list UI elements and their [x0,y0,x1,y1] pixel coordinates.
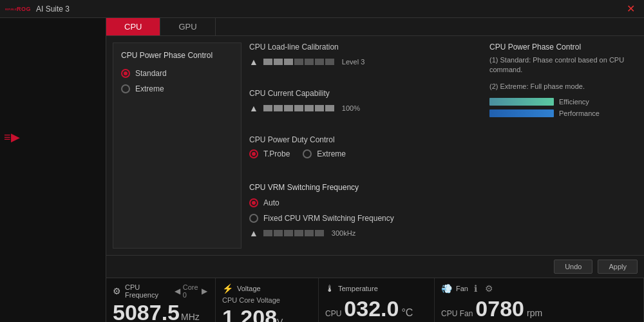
cpu-current-value: 100% [342,104,360,112]
cpu-vrm-section: CPU VRM Switching Frequency Auto Fixed C… [249,176,482,249]
cpu-load-line-level: Level 3 [342,58,365,66]
slider-segments-loadline [263,59,334,65]
vrm-freq-slider[interactable]: ▲ 300kHz [249,228,482,238]
temp-title: Temperature [338,285,378,292]
cpu-current-slider[interactable]: ▲ 100% [249,103,482,113]
cpu-freq-title: CPU Frequency [125,283,169,299]
radio-extreme-duty[interactable]: Extreme [303,149,346,158]
radio-fixed-vrm-circle [249,214,258,223]
core-next-button[interactable]: ▶ [200,287,209,296]
slider-pointer-vrm: ▲ [249,228,258,238]
vrm-seg-4 [294,230,303,236]
radio-fixed-vrm-label: Fixed CPU VRM Switching Frequency [263,214,394,223]
tab-cpu[interactable]: CPU [106,18,160,35]
close-button[interactable]: ✕ [623,3,639,15]
fan-main-label: CPU Fan [441,309,473,318]
seg-3 [284,59,293,65]
content-area: CPU GPU CPU Power Phase Control Standard [106,18,644,322]
cpu-core-volt-label: CPU Core Voltage [222,296,312,304]
volt-display: 1.208 V [222,305,312,322]
curr-seg-7 [325,105,334,111]
cpu-freq-value: 5087.5 [113,301,180,322]
vrm-seg-2 [274,230,283,236]
undo-button[interactable]: Undo [554,260,592,274]
fan-settings-button[interactable]: ⚙ [483,283,495,294]
cpu-power-phase-title: CPU Power Phase Control [121,51,233,60]
core-label: Core 0 [183,283,199,299]
tab-gpu[interactable]: GPU [160,18,215,35]
radio-extreme-circle [121,84,130,93]
cpu-load-line-title: CPU Load-line Calibration [249,43,482,52]
panel-content: CPU Power Phase Control Standard Extreme [106,36,644,255]
fan-info-button[interactable]: ℹ [472,283,479,294]
status-bar: ⚙ CPU Frequency ◀ Core 0 ▶ 5087.5 MHz 99… [106,278,644,322]
middle-panel: CPU Load-line Calibration ▲ Level [249,43,482,249]
legend-performance-label: Performance [559,109,600,117]
radio-extreme-label: Extreme [135,84,164,93]
radio-fixed-vrm[interactable]: Fixed CPU VRM Switching Frequency [249,214,482,223]
radio-standard[interactable]: Standard [121,69,233,78]
cpu-freq-section: ⚙ CPU Frequency ◀ Core 0 ▶ 5087.5 MHz 99… [106,278,216,322]
curr-seg-3 [284,105,293,111]
temperature-section: 🌡 Temperature CPU 032.0 °C CPU Package 4… [319,278,435,322]
radio-extreme[interactable]: Extreme [121,84,233,93]
right-info-panel: CPU Power Phase Control (1) Standard: Ph… [489,43,638,249]
curr-seg-1 [263,105,272,111]
vrm-freq-value: 300kHz [332,229,355,237]
radio-extreme-duty-circle [303,149,312,158]
cpu-current-title: CPU Current Capability [249,89,482,98]
seg-4 [294,59,303,65]
action-bar: Undo Apply [106,255,644,278]
slider-pointer-current: ▲ [249,103,258,113]
temp-main-value: 032.0 [344,296,399,321]
info-desc2: (2) Extreme: Full phase mode. [489,82,638,91]
core-prev-button[interactable]: ◀ [173,287,182,296]
radio-auto-dot [252,201,256,205]
sidebar-arrow[interactable]: ≡▶ [0,128,24,147]
seg-5 [305,59,314,65]
temp-main-label: CPU [325,309,341,318]
radio-tprobe-dot [252,152,256,156]
voltage-header: ⚡ Voltage [222,283,312,294]
temp-main-unit: °C [401,307,413,319]
cpu-power-duty-title: CPU Power Duty Control [249,135,482,144]
apply-button[interactable]: Apply [598,260,638,274]
cpu-vrm-options: Auto Fixed CPU VRM Switching Frequency [249,198,482,223]
info-title: CPU Power Phase Control [489,43,638,52]
app-logo: REPUBLIC OF ROG [5,3,31,15]
main-wrapper: ≡▶ CPU GPU CPU Power Phase Control Stand… [0,18,644,322]
vrm-seg-1 [263,230,272,236]
slider-pointer-loadline: ▲ [249,57,258,67]
temp-icon: 🌡 [325,283,334,294]
cpu-power-phase-panel: CPU Power Phase Control Standard Extreme [113,43,242,249]
radio-standard-dot [124,71,128,75]
radio-auto-circle [249,198,258,207]
legend-efficiency: Efficiency [489,98,638,106]
curr-seg-2 [274,105,283,111]
temp-header: 🌡 Temperature [325,283,428,294]
curr-seg-6 [315,105,324,111]
cpu-power-duty-section: CPU Power Duty Control T.Probe Extreme [249,135,482,158]
radio-standard-label: Standard [135,69,167,78]
seg-7 [325,59,334,65]
app-title: AI Suite 3 [36,5,623,14]
seg-6 [315,59,324,65]
title-bar: REPUBLIC OF ROG AI Suite 3 ✕ [0,0,644,18]
radio-auto[interactable]: Auto [249,198,482,207]
cpu-power-phase-options: Standard Extreme [121,69,233,93]
seg-1 [263,59,272,65]
legend-performance: Performance [489,109,638,117]
cpu-load-line-slider[interactable]: ▲ Level 3 [249,57,482,67]
info-desc1: (1) Standard: Phase control based on CPU… [489,55,638,75]
curr-seg-5 [305,105,314,111]
radio-standard-circle [121,69,130,78]
radio-auto-label: Auto [263,198,279,207]
cpu-icon: ⚙ [113,286,121,296]
svg-text:REPUBLIC OF: REPUBLIC OF [5,8,17,10]
cpu-load-line-section: CPU Load-line Calibration ▲ Level [249,43,482,71]
fan-main-value: 0780 [475,296,524,321]
radio-tprobe[interactable]: T.Probe [249,149,290,158]
seg-2 [274,59,283,65]
voltage-icon: ⚡ [222,283,233,294]
fan-main-unit: rpm [527,308,542,318]
